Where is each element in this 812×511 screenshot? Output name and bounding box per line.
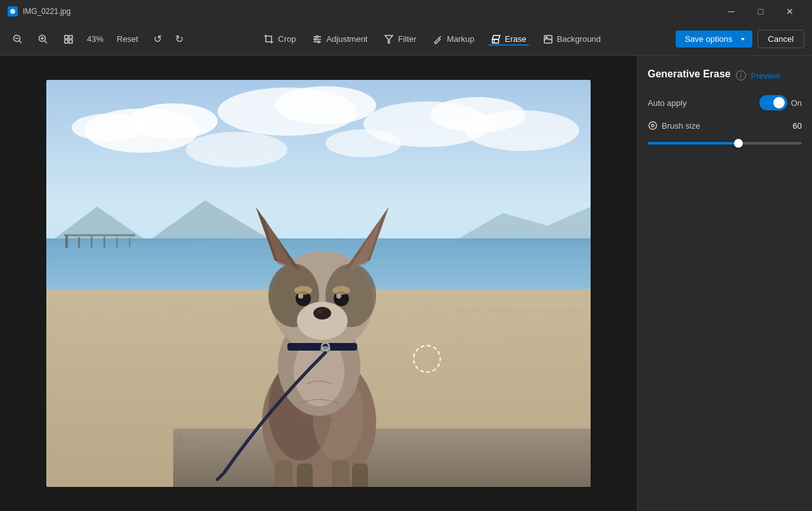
zoom-level-display: 43% — [84, 34, 107, 44]
brush-size-label: Brush size — [662, 121, 700, 131]
image-container — [46, 80, 591, 487]
svg-rect-23 — [492, 39, 499, 43]
svg-rect-9 — [69, 36, 72, 39]
save-options-group: Save options — [676, 30, 752, 48]
toggle-slider — [759, 95, 787, 110]
toolbar-actions-group: Save options Cancel — [676, 30, 804, 48]
svg-point-102 — [313, 307, 331, 320]
brush-size-value: 60 — [793, 121, 802, 131]
reset-button[interactable]: Reset — [112, 32, 143, 46]
background-tool-wrapper: Background — [535, 30, 608, 48]
panel-title: Generative Erase — [648, 68, 731, 80]
auto-apply-toggle-group: On — [759, 95, 802, 110]
svg-point-109 — [332, 286, 350, 295]
svg-rect-8 — [65, 36, 68, 39]
redo-button[interactable]: ↻ — [170, 30, 189, 49]
window-title: IMG_0221.jpg — [23, 7, 70, 16]
svg-rect-84 — [275, 460, 292, 487]
markup-tool-wrapper: Markup — [425, 30, 481, 48]
title-bar: IMG_0221.jpg ─ □ ✕ — [0, 0, 812, 23]
undo-redo-group: ↺ ↻ — [148, 30, 189, 49]
svg-rect-86 — [332, 460, 350, 487]
erase-tool-wrapper: Erase — [483, 30, 534, 48]
filter-tool-wrapper: Filter — [376, 30, 424, 48]
toolbar: 43% Reset ↺ ↻ Crop Adjustment Filter — [0, 23, 812, 56]
zoom-out-button[interactable] — [8, 29, 28, 49]
svg-line-22 — [439, 36, 441, 38]
save-options-dropdown-button[interactable] — [733, 30, 752, 48]
brush-size-slider[interactable] — [648, 142, 802, 145]
svg-point-33 — [275, 86, 376, 124]
adjustment-tool-button[interactable]: Adjustment — [304, 30, 375, 48]
adjustment-tool-wrapper: Adjustment — [304, 30, 375, 48]
svg-rect-49 — [116, 237, 118, 248]
window-controls: ─ □ ✕ — [717, 0, 804, 23]
toolbar-zoom-group: 43% Reset ↺ ↻ — [8, 29, 189, 49]
brush-size-label-group: Brush size — [648, 120, 700, 131]
svg-rect-85 — [297, 463, 313, 487]
brush-size-icon — [648, 120, 658, 131]
auto-apply-toggle[interactable] — [759, 95, 787, 110]
panel-header: Generative Erase i Preview — [648, 68, 802, 82]
preview-link[interactable]: Preview — [751, 71, 780, 81]
minimize-button[interactable]: ─ — [717, 0, 746, 23]
svg-point-36 — [465, 110, 579, 151]
undo-button[interactable]: ↺ — [148, 30, 167, 49]
crop-tool-button[interactable]: Crop — [256, 30, 303, 48]
svg-rect-87 — [352, 463, 368, 487]
right-panel: Generative Erase i Preview Auto apply On — [637, 56, 812, 511]
close-button[interactable]: ✕ — [775, 0, 804, 23]
maximize-button[interactable]: □ — [746, 0, 775, 23]
brush-size-row: Brush size 60 — [648, 120, 802, 131]
toggle-on-label: On — [791, 98, 802, 108]
svg-point-114 — [652, 124, 654, 127]
crop-tool-wrapper: Crop — [256, 30, 303, 48]
svg-point-113 — [649, 122, 657, 129]
auto-apply-label: Auto apply — [648, 98, 686, 108]
svg-rect-45 — [65, 235, 68, 248]
brush-size-slider-container — [648, 136, 802, 147]
toolbar-tools-group: Crop Adjustment Filter Markup Erase — [256, 30, 608, 48]
svg-rect-47 — [91, 236, 93, 248]
app-icon — [8, 6, 18, 16]
svg-marker-27 — [741, 38, 745, 41]
svg-line-5 — [45, 41, 48, 43]
svg-point-108 — [294, 286, 312, 295]
svg-point-37 — [325, 129, 402, 157]
svg-point-38 — [186, 132, 287, 167]
svg-rect-50 — [129, 238, 131, 247]
zoom-in-button[interactable] — [33, 29, 53, 49]
fit-view-button[interactable] — [58, 29, 79, 49]
auto-apply-row: Auto apply On — [648, 95, 802, 110]
save-options-button[interactable]: Save options — [676, 30, 732, 48]
svg-rect-10 — [65, 40, 68, 43]
filter-tool-button[interactable]: Filter — [376, 30, 424, 48]
svg-rect-48 — [103, 236, 105, 248]
svg-point-12 — [317, 36, 318, 37]
svg-marker-21 — [385, 36, 393, 43]
markup-tool-button[interactable]: Markup — [425, 30, 481, 48]
title-bar-left: IMG_0221.jpg — [8, 6, 70, 16]
svg-point-0 — [10, 9, 15, 14]
svg-rect-11 — [69, 40, 72, 43]
info-icon-button[interactable]: i — [736, 70, 746, 81]
canvas-area[interactable] — [0, 56, 637, 511]
svg-point-31 — [72, 113, 148, 141]
main-content: Generative Erase i Preview Auto apply On — [0, 56, 812, 511]
svg-point-18 — [318, 41, 320, 42]
cancel-button[interactable]: Cancel — [757, 30, 804, 48]
photo-canvas[interactable] — [46, 80, 591, 487]
background-tool-button[interactable]: Background — [535, 30, 608, 48]
svg-rect-46 — [78, 237, 80, 248]
svg-point-103 — [317, 309, 322, 313]
svg-point-15 — [315, 38, 317, 40]
svg-line-2 — [20, 41, 22, 43]
